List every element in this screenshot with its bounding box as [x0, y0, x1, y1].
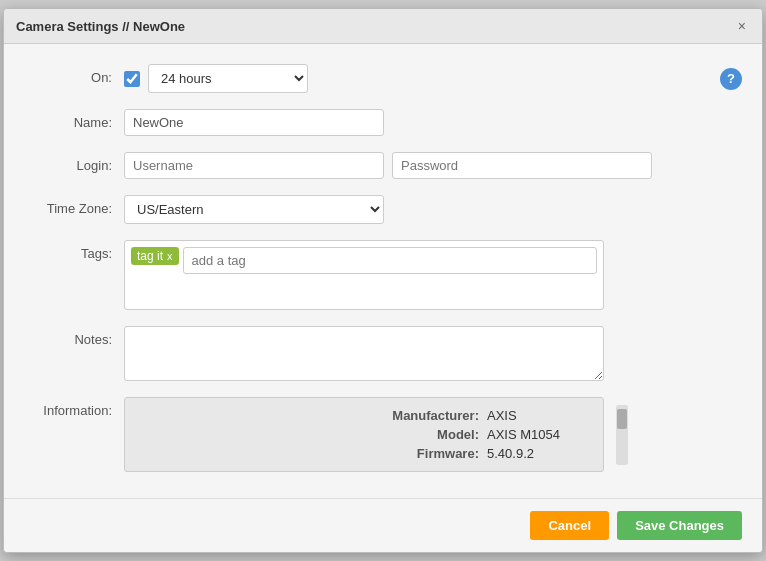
password-input[interactable] [392, 152, 652, 179]
timezone-row: Time Zone: US/Eastern US/Central US/Moun… [24, 195, 742, 224]
model-key: Model: [379, 427, 479, 442]
tags-row: Tags: tag it x [24, 240, 742, 310]
timezone-label: Time Zone: [24, 195, 124, 216]
manufacturer-value: AXIS [487, 408, 587, 423]
info-table: Manufacturer: AXIS Model: AXIS M1054 Fir… [124, 397, 604, 472]
info-firmware-row: Firmware: 5.40.9.2 [141, 446, 587, 461]
on-row: On: 24 hours 12 hours 6 hours 1 hour ? [24, 64, 742, 93]
dialog-title: Camera Settings // NewOne [16, 19, 185, 34]
tag-item: tag it x [131, 247, 179, 265]
login-row: Login: [24, 152, 742, 179]
tag-remove-button[interactable]: x [167, 251, 173, 262]
hours-select[interactable]: 24 hours 12 hours 6 hours 1 hour [148, 64, 308, 93]
scrollbar-thumb [617, 409, 627, 429]
name-row: Name: [24, 109, 742, 136]
information-controls: Manufacturer: AXIS Model: AXIS M1054 Fir… [124, 397, 742, 472]
tag-add-input[interactable] [183, 247, 597, 274]
save-button[interactable]: Save Changes [617, 511, 742, 540]
on-controls: 24 hours 12 hours 6 hours 1 hour ? [124, 64, 742, 93]
timezone-controls: US/Eastern US/Central US/Mountain US/Pac… [124, 195, 742, 224]
on-label: On: [24, 64, 124, 85]
on-checkbox[interactable] [124, 71, 140, 87]
timezone-select[interactable]: US/Eastern US/Central US/Mountain US/Pac… [124, 195, 384, 224]
username-input[interactable] [124, 152, 384, 179]
tags-container[interactable]: tag it x [124, 240, 604, 310]
name-input[interactable] [124, 109, 384, 136]
help-icon[interactable]: ? [720, 68, 742, 90]
firmware-key: Firmware: [379, 446, 479, 461]
dialog-body: On: 24 hours 12 hours 6 hours 1 hour ? N… [4, 44, 762, 498]
information-label: Information: [24, 397, 124, 418]
tag-label: tag it [137, 249, 163, 263]
firmware-value: 5.40.9.2 [487, 446, 587, 461]
info-manufacturer-row: Manufacturer: AXIS [141, 408, 587, 423]
login-controls [124, 152, 742, 179]
info-model-row: Model: AXIS M1054 [141, 427, 587, 442]
cancel-button[interactable]: Cancel [530, 511, 609, 540]
login-label: Login: [24, 152, 124, 173]
dialog-footer: Cancel Save Changes [4, 498, 762, 552]
scrollbar-track[interactable] [616, 405, 628, 465]
tags-label: Tags: [24, 240, 124, 261]
manufacturer-key: Manufacturer: [379, 408, 479, 423]
information-row: Information: Manufacturer: AXIS Model: A… [24, 397, 742, 472]
close-button[interactable]: × [734, 17, 750, 35]
notes-controls [124, 326, 742, 381]
camera-settings-dialog: Camera Settings // NewOne × On: 24 hours… [3, 8, 763, 553]
notes-row: Notes: [24, 326, 742, 381]
notes-label: Notes: [24, 326, 124, 347]
dialog-header: Camera Settings // NewOne × [4, 9, 762, 44]
tags-controls: tag it x [124, 240, 742, 310]
name-controls [124, 109, 742, 136]
notes-textarea[interactable] [124, 326, 604, 381]
name-label: Name: [24, 109, 124, 130]
model-value: AXIS M1054 [487, 427, 587, 442]
